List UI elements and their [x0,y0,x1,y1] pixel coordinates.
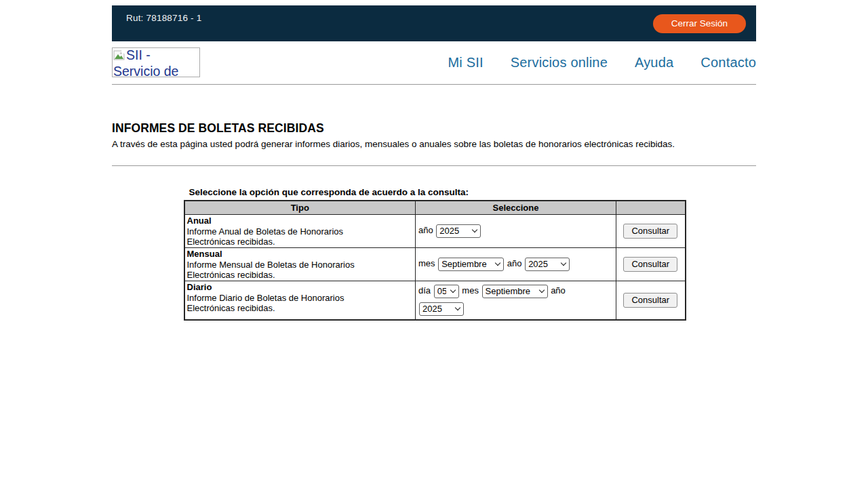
report-table: Tipo Seleccione Anual Informe Anual de B… [184,200,686,321]
year-select-diario[interactable]: 2025 [419,302,464,316]
logout-button[interactable]: Cerrar Sesión [653,14,746,33]
consultar-button-anual[interactable]: Consultar [623,224,677,239]
table-row-anual: Anual Informe Anual de Boletas de Honora… [184,214,686,247]
day-label: día [418,285,431,296]
rut-label: Rut: 78188716 - 1 [126,13,201,23]
consultar-button-mensual[interactable]: Consultar [623,257,677,272]
report-table-section: Seleccione la opción que corresponda de … [184,187,685,321]
month-label: mes [462,285,479,296]
page-intro: A través de esta página usted podrá gene… [112,139,756,149]
header-action [616,201,686,214]
table-header-row: Tipo Seleccione [184,201,686,214]
table-row-diario: Diario Informe Diario de Boletas de Hono… [184,281,686,320]
nav-link-servicios-online[interactable]: Servicios online [511,55,608,70]
broken-image-icon [113,49,125,64]
year-label: año [551,285,566,296]
table-row-mensual: Mensual Informe Mensual de Boletas de Ho… [184,247,686,281]
header-tipo: Tipo [184,201,416,214]
month-select-diario[interactable]: Septiembre [482,285,548,298]
header-divider [112,84,756,85]
sii-logo-broken-image[interactable]: SII - Servicio de [112,47,200,77]
table-caption: Seleccione la opción que corresponda de … [189,187,685,197]
section-divider [112,165,756,166]
month-label: mes [418,258,435,268]
site-header: SII - Servicio de Mi SII Servicios onlin… [112,47,756,77]
controls-mensual: mes Septiembre año 2025 [418,258,570,268]
report-type-anual: Anual [187,216,414,226]
header-seleccione: Seleccione [416,201,616,214]
controls-diario: día 05 mes Septiembre año 2025 [418,285,566,313]
nav-link-ayuda[interactable]: Ayuda [635,55,673,70]
nav-link-contacto[interactable]: Contacto [701,55,756,70]
nav-link-mi-sii[interactable]: Mi SII [448,55,483,70]
session-topbar: Rut: 78188716 - 1 Cerrar Sesión [112,5,756,41]
day-select-diario[interactable]: 05 [434,285,459,298]
month-select-mensual[interactable]: Septiembre [438,258,504,271]
report-description-anual: Informe Anual de Boletas de Honorarios E… [187,226,391,247]
page-title: INFORMES DE BOLETAS RECIBIDAS [112,121,756,136]
year-label: año [507,258,522,268]
main-nav: Mi SII Servicios online Ayuda Contacto [448,55,756,70]
report-type-mensual: Mensual [187,249,414,260]
consultar-button-diario[interactable]: Consultar [623,293,677,308]
report-description-mensual: Informe Mensual de Boletas de Honorarios… [187,260,391,280]
year-select-anual[interactable]: 2025 [436,224,481,238]
page-container: Rut: 78188716 - 1 Cerrar Sesión SII - Se… [112,5,756,321]
year-label: año [418,225,433,235]
report-description-diario: Informe Diario de Boletas de Honorarios … [187,293,391,313]
year-select-mensual[interactable]: 2025 [525,258,570,271]
controls-anual: año 2025 [418,225,481,235]
report-type-diario: Diario [187,282,414,293]
